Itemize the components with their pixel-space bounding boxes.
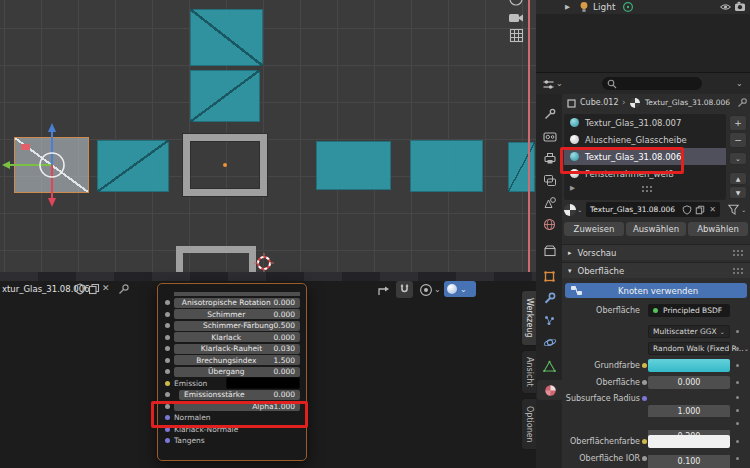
fake-user-shield-icon[interactable] (74, 283, 86, 295)
transmission-slider[interactable]: Übergang0.000 (174, 367, 300, 377)
clearcoat-slider[interactable]: Klarlack0.000 (174, 332, 300, 342)
glass-pane-object[interactable] (410, 140, 483, 192)
decorator-dot[interactable] (736, 330, 739, 333)
decorator-dot[interactable] (736, 347, 739, 350)
tab-scene[interactable] (537, 192, 562, 212)
subsurface-method-dropdown[interactable]: Random Walk (Fixed R... ⌄ (648, 342, 730, 355)
window-frame-object-partial[interactable] (176, 246, 256, 272)
expand-arrow-icon[interactable]: ▶ (565, 3, 570, 11)
ior-slider[interactable]: Brechungsindex1.500 (174, 355, 300, 365)
tab-physics[interactable] (537, 332, 562, 352)
copy-icon[interactable] (695, 205, 705, 215)
base-color-swatch[interactable] (648, 359, 730, 372)
tab-render[interactable] (537, 126, 562, 146)
tab-material[interactable] (537, 380, 563, 400)
area-splitter[interactable] (0, 272, 536, 281)
tab-optionen[interactable]: Optionen (521, 398, 537, 450)
3d-viewport[interactable] (0, 0, 536, 272)
surface-color-swatch[interactable] (648, 435, 730, 448)
tab-tool[interactable] (537, 104, 562, 124)
tab-particles[interactable] (537, 310, 562, 330)
slot-specials-menu[interactable]: ⌄ (729, 152, 747, 165)
properties-editor-icon[interactable] (542, 78, 555, 91)
pin-icon[interactable] (737, 97, 748, 108)
clearcoat-roughness-slider[interactable]: Klarlack-Rauheit0.030 (174, 344, 300, 354)
emission-color-swatch[interactable] (226, 377, 300, 389)
search-input[interactable] (602, 77, 702, 90)
close-icon[interactable]: ✕ (102, 283, 110, 293)
decorator-dot[interactable] (736, 409, 739, 412)
material-name-field[interactable]: Textur_Glas_31.08.006 ✕ (586, 202, 720, 217)
tab-modifiers[interactable] (537, 288, 562, 308)
pin-icon[interactable] (118, 283, 130, 295)
sss-radius-x[interactable]: 1.000 (648, 405, 730, 417)
tab-output[interactable] (537, 148, 562, 168)
fake-user-shield-icon[interactable] (682, 205, 692, 215)
gizmo-x-arrow[interactable] (2, 161, 10, 169)
transform-orientation-icon[interactable] (376, 283, 390, 297)
list-expand-icon[interactable]: ▶ (570, 184, 575, 192)
move-slot-up-button[interactable]: ▲ (729, 172, 747, 185)
close-icon[interactable]: ✕ (709, 205, 716, 214)
move-gizmo[interactable] (0, 118, 110, 214)
surface-section-header[interactable]: ▾ Oberfläche (562, 262, 750, 278)
panel-grip[interactable] (732, 267, 745, 274)
material-slot[interactable]: Fensterrahmen_weiß (564, 165, 726, 182)
alpha-slider[interactable]: Alpha1.000 (174, 401, 300, 411)
assign-button[interactable]: Zuweisen (564, 222, 624, 236)
tab-werkzeug[interactable]: Werkzeug (521, 290, 537, 346)
grid-ortho-icon[interactable] (509, 28, 524, 43)
tab-world[interactable] (537, 214, 562, 234)
material-slot-selected[interactable]: Textur_Glas_31.08.006 (564, 148, 726, 165)
glass-pane-object[interactable] (190, 9, 263, 66)
viewport-shading-button[interactable]: ⌄ (444, 281, 476, 297)
decorator-dot[interactable] (736, 440, 739, 443)
proportional-editing-icon[interactable] (419, 283, 433, 297)
chevron-down-icon[interactable]: ⌄ (434, 285, 441, 294)
sheen-tint-slider[interactable]: Schimmer-Färbung0.500 (174, 321, 300, 331)
distribution-dropdown[interactable]: Multiscatter GGX ⌄ (648, 325, 730, 338)
preview-section-header[interactable]: ▸ Vorschau (562, 244, 750, 260)
tab-collection[interactable] (537, 240, 562, 260)
snap-magnet-button[interactable] (396, 281, 413, 298)
outliner-item-label[interactable]: Light (593, 2, 615, 12)
glass-pane-object[interactable] (190, 70, 260, 122)
breadcrumb-material[interactable]: Textur_Glas_31.08.006 (645, 98, 730, 107)
remove-slot-button[interactable]: − (729, 132, 747, 148)
copy-icon[interactable] (88, 283, 100, 295)
list-resize-grip[interactable] (641, 185, 654, 192)
tab-view-layer[interactable] (537, 170, 562, 190)
camera-restrict-icon[interactable] (734, 1, 746, 12)
emission-strength-slider[interactable]: Emissionsstärke0.000 (179, 390, 300, 400)
decorator-dot[interactable] (736, 364, 739, 367)
decorator-dot[interactable] (736, 396, 739, 399)
glass-pane-object[interactable] (508, 142, 535, 192)
decorator-dot[interactable] (736, 422, 739, 425)
add-slot-button[interactable]: + (729, 115, 747, 131)
tab-object-data[interactable] (537, 356, 562, 376)
filter-funnel-icon[interactable] (727, 203, 740, 216)
move-slot-down-button[interactable]: ▼ (729, 186, 747, 199)
anisotropic-rotation-slider[interactable]: Anisotropische Rotation0.000 (174, 298, 300, 308)
tab-ansicht[interactable]: Ansicht (521, 350, 537, 394)
use-nodes-button[interactable]: Knoten verwenden (565, 283, 747, 298)
chevron-down-icon[interactable]: ⌄ (741, 206, 746, 214)
select-button[interactable]: Auswählen (626, 222, 686, 236)
chevron-down-icon[interactable]: ⌄ (577, 206, 582, 214)
surface-shader-field[interactable]: Principled BSDF (648, 304, 730, 317)
material-slot[interactable]: Textur_Glas_31.08.007 (564, 114, 726, 131)
glass-pane-object[interactable] (316, 141, 391, 190)
outliner[interactable]: ▶ Light (536, 0, 750, 72)
material-slot[interactable]: Aluschiene_Glasscheibe (564, 131, 726, 148)
chevron-down-icon[interactable]: ⌄ (556, 79, 563, 88)
decorator-dot[interactable] (736, 381, 739, 384)
eye-icon[interactable] (720, 2, 731, 12)
gizmo-z-arrow[interactable] (48, 123, 56, 132)
sheen-slider[interactable]: Schimmer0.000 (174, 309, 300, 319)
decorator-dot[interactable] (736, 457, 739, 460)
material-datablock-icon[interactable] (564, 204, 576, 216)
material-slot-list[interactable]: Textur_Glas_31.08.007 Aluschiene_Glassch… (564, 114, 726, 200)
zoom-sphere-icon[interactable] (508, 0, 524, 7)
breadcrumb-object[interactable]: Cube.012 (580, 98, 618, 107)
camera-view-icon[interactable] (508, 11, 524, 24)
